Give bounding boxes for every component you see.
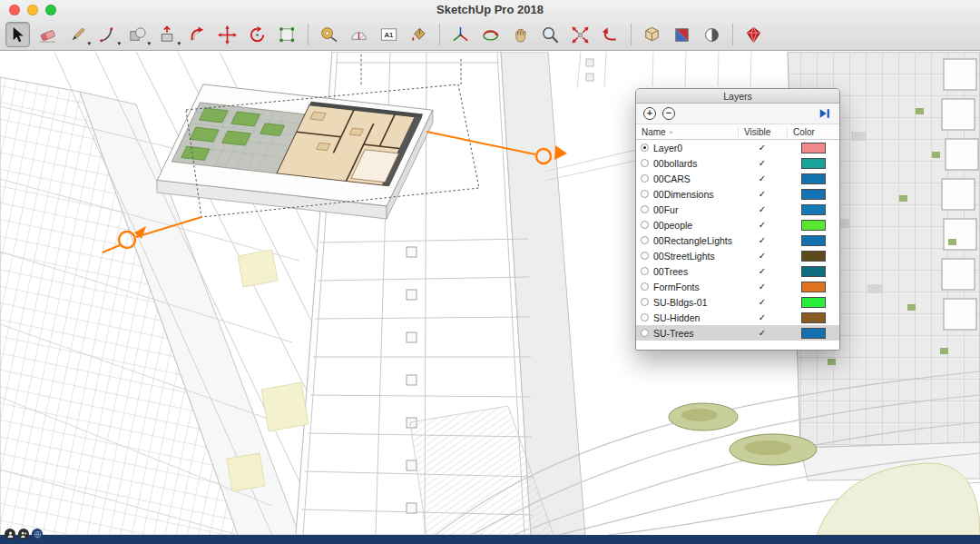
titlebar[interactable]: SketchUp Pro 2018 xyxy=(0,0,980,18)
layer-row[interactable]: 00RectangleLights ✓ xyxy=(636,232,839,248)
layer-row[interactable]: 00Fur ✓ xyxy=(636,202,839,217)
current-layer-radio[interactable] xyxy=(641,205,649,213)
current-layer-radio[interactable] xyxy=(641,329,649,337)
line-tool-button[interactable]: ▾ xyxy=(65,22,90,47)
rotate-tool-button[interactable] xyxy=(245,22,270,47)
current-layer-radio[interactable] xyxy=(641,221,649,229)
components-tool-button[interactable] xyxy=(640,22,664,47)
zoom-tool-button[interactable] xyxy=(538,22,563,47)
add-layer-button[interactable]: + xyxy=(643,107,656,120)
shapes-tool-button[interactable]: ▾ xyxy=(125,22,150,47)
layer-visible-checkbox[interactable]: ✓ xyxy=(738,266,787,276)
layer-visible-checkbox[interactable]: ✓ xyxy=(738,173,787,183)
layer-color-swatch[interactable] xyxy=(801,173,826,184)
zoom-extents-icon xyxy=(570,25,591,45)
arc-tool-button[interactable]: ▾ xyxy=(95,22,120,47)
axes-tool-button[interactable] xyxy=(448,22,473,47)
geolocation-icon[interactable] xyxy=(5,529,15,539)
follow-me-tool-button[interactable] xyxy=(185,22,210,47)
remove-layer-button[interactable]: − xyxy=(662,107,675,120)
zoom-extents-tool-button[interactable] xyxy=(568,22,593,47)
layer-visible-checkbox[interactable]: ✓ xyxy=(738,220,787,230)
globe-icon[interactable] xyxy=(32,529,43,539)
materials-tool-button[interactable] xyxy=(670,22,694,47)
layer-row[interactable]: SU-Hidden ✓ xyxy=(636,310,839,325)
column-header-visible[interactable]: Visible xyxy=(738,127,787,137)
scale-tool-button[interactable] xyxy=(275,22,299,47)
pan-tool-button[interactable] xyxy=(508,22,533,47)
layer-color-swatch[interactable] xyxy=(801,312,826,323)
eraser-tool-button[interactable] xyxy=(35,22,60,47)
layer-visible-checkbox[interactable]: ✓ xyxy=(738,312,787,322)
layer-visible-checkbox[interactable]: ✓ xyxy=(738,143,787,153)
layer-visible-checkbox[interactable]: ✓ xyxy=(738,297,787,307)
column-header-color[interactable]: Color xyxy=(787,127,839,137)
current-layer-radio[interactable] xyxy=(641,174,649,183)
layer-row[interactable]: 00Trees ✓ xyxy=(636,263,839,279)
current-layer-radio[interactable] xyxy=(641,159,649,167)
layer-row[interactable]: 00Dimensions ✓ xyxy=(636,186,839,202)
layer-color-swatch[interactable] xyxy=(801,297,826,308)
styles-tool-button[interactable] xyxy=(700,22,724,47)
layer-row[interactable]: 00bollards ✓ xyxy=(636,155,839,171)
paint-bucket-tool-button[interactable] xyxy=(407,22,431,47)
layer-row[interactable]: SU-Trees ✓ xyxy=(636,325,839,341)
dropdown-caret[interactable]: ▾ xyxy=(117,40,121,46)
layer-row[interactable]: FormFonts ✓ xyxy=(636,279,839,294)
layer-row[interactable]: 00StreetLights ✓ xyxy=(636,248,839,263)
layer-color-swatch[interactable] xyxy=(801,189,826,200)
layer-color-swatch[interactable] xyxy=(801,158,826,169)
current-layer-radio[interactable] xyxy=(641,236,649,244)
push-pull-tool-button[interactable]: ▾ xyxy=(155,22,180,47)
current-layer-radio[interactable] xyxy=(641,282,649,291)
layer-visible-checkbox[interactable]: ✓ xyxy=(738,204,787,214)
current-layer-radio[interactable] xyxy=(641,267,649,275)
layer-visible-checkbox[interactable]: ✓ xyxy=(738,282,787,292)
layers-table: Layer0 ✓ 00bollards ✓ 00CARS ✓ 00Dimensi… xyxy=(636,140,839,341)
extension-warehouse-icon xyxy=(743,25,764,45)
previous-view-tool-button[interactable] xyxy=(598,22,622,47)
dropdown-caret[interactable]: ▾ xyxy=(147,40,151,46)
extension-warehouse-tool-button[interactable] xyxy=(741,22,766,47)
current-layer-radio[interactable] xyxy=(641,313,649,321)
layer-color-swatch[interactable] xyxy=(801,251,826,262)
orbit-tool-button[interactable] xyxy=(478,22,503,47)
text-icon: A1 xyxy=(378,25,399,45)
dropdown-caret[interactable]: ▾ xyxy=(177,40,181,46)
current-layer-radio[interactable] xyxy=(641,252,649,260)
layer-row[interactable]: SU-Bldgs-01 ✓ xyxy=(636,294,839,310)
current-layer-radio[interactable] xyxy=(641,298,649,306)
svg-text:A1: A1 xyxy=(385,31,395,39)
select-tool-button[interactable] xyxy=(5,22,30,47)
layer-color-swatch[interactable] xyxy=(801,266,826,277)
shapes-icon xyxy=(127,25,148,45)
move-tool-button[interactable] xyxy=(215,22,240,47)
dropdown-caret[interactable]: ▾ xyxy=(87,40,91,46)
zoom-icon xyxy=(540,25,561,45)
text-tool-button[interactable]: A1 xyxy=(377,22,401,47)
layer-color-swatch[interactable] xyxy=(801,204,826,215)
rotate-icon xyxy=(247,25,268,45)
layer-visible-checkbox[interactable]: ✓ xyxy=(738,189,787,199)
credits-icon[interactable] xyxy=(18,529,29,539)
layer-color-swatch[interactable] xyxy=(801,235,826,246)
layer-details-button[interactable] xyxy=(818,107,832,120)
layer-color-swatch[interactable] xyxy=(801,282,826,292)
layer-row[interactable]: Layer0 ✓ xyxy=(636,140,839,155)
layer-visible-checkbox[interactable]: ✓ xyxy=(738,251,787,261)
layer-color-swatch[interactable] xyxy=(801,220,826,231)
current-layer-radio[interactable] xyxy=(641,143,649,152)
layer-color-swatch[interactable] xyxy=(801,143,826,153)
layer-visible-checkbox[interactable]: ✓ xyxy=(738,235,787,245)
layer-visible-checkbox[interactable]: ✓ xyxy=(738,158,787,168)
protractor-tool-button[interactable] xyxy=(347,22,371,47)
layer-row[interactable]: 00CARS ✓ xyxy=(636,171,839,186)
tape-measure-tool-button[interactable] xyxy=(317,22,341,47)
layers-panel[interactable]: Layers + − Name^ Visible Color Layer0 ✓ … xyxy=(635,88,840,351)
layer-color-swatch[interactable] xyxy=(801,328,826,339)
layer-row[interactable]: 00people ✓ xyxy=(636,217,839,232)
layers-panel-title[interactable]: Layers xyxy=(636,89,839,104)
current-layer-radio[interactable] xyxy=(641,190,649,198)
column-header-name[interactable]: Name^ xyxy=(636,127,738,137)
layer-visible-checkbox[interactable]: ✓ xyxy=(738,328,787,338)
